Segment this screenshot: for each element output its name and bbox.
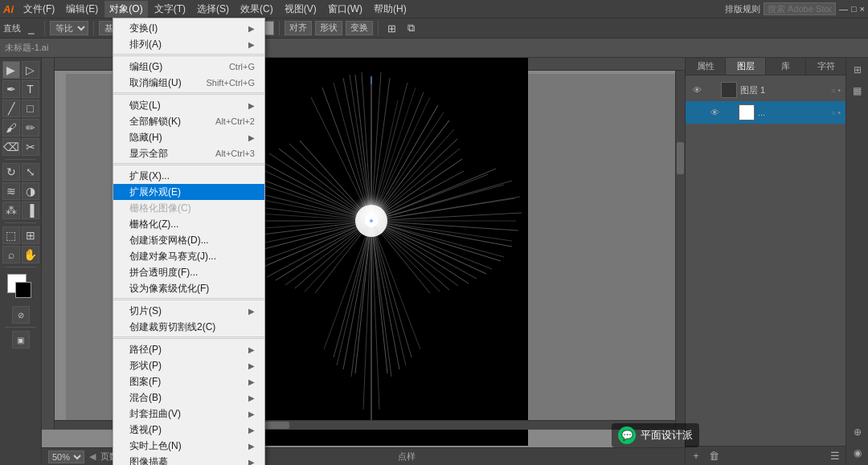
column-chart-tool[interactable]: ▐ <box>22 202 39 219</box>
menu-expand-appearance[interactable]: 扩展外观(E) <box>113 184 264 200</box>
eraser-tool[interactable]: ⌫ <box>2 138 20 156</box>
menu-transform[interactable]: 变换(I) ▶ <box>113 20 264 36</box>
background-swatch[interactable] <box>15 282 31 298</box>
direct-select-tool[interactable]: ▷ <box>22 61 39 79</box>
menu-window[interactable]: 窗口(W) <box>323 1 367 18</box>
menu-live-paint[interactable]: 实时上色(N) ▶ <box>113 438 264 454</box>
menu-arrange[interactable]: 排列(A) ▶ <box>113 36 264 52</box>
delete-layer-icon[interactable]: 🗑 <box>706 449 721 463</box>
arrow-icon-6: ▶ <box>248 345 255 354</box>
scale-tool[interactable]: ⤡ <box>22 163 39 181</box>
menu-blend[interactable]: 混合(B) ▶ <box>113 390 264 406</box>
tab-library[interactable]: 库 <box>766 58 806 75</box>
draw-mode-btn[interactable]: ▣ <box>12 331 30 349</box>
menu-object-mosaic[interactable]: 创建对象马赛克(J)... <box>113 248 264 264</box>
menu-effect[interactable]: 效果(C) <box>235 1 278 18</box>
layer-opts-2[interactable]: ○ • <box>831 108 841 117</box>
grid-icon[interactable]: ⊞ <box>383 20 399 36</box>
menu-shape[interactable]: 形状(P) ▶ <box>113 357 264 373</box>
shape-btn[interactable]: 形状 <box>315 21 342 35</box>
zoom-select[interactable]: 50% <box>48 451 84 463</box>
tool-separator-3 <box>5 267 36 267</box>
scissors-tool[interactable]: ✂ <box>22 138 39 156</box>
zoom-tool[interactable]: ⌕ <box>2 246 20 263</box>
menu-text[interactable]: 文字(T) <box>149 1 190 18</box>
stroke-label: 直线 <box>3 22 21 35</box>
layer-visibility-icon-2[interactable]: 👁 <box>708 106 721 119</box>
rib-icon-2[interactable]: ▦ <box>849 82 866 100</box>
menu-file[interactable]: 文件(F) <box>18 1 59 18</box>
select-tool[interactable]: ▶ <box>2 61 20 79</box>
menu-path[interactable]: 路径(P) ▶ <box>113 341 264 357</box>
menu-image-trace[interactable]: 图像描摹 ▶ <box>113 454 264 465</box>
menu-slice[interactable]: 切片(S) ▶ <box>113 303 264 319</box>
menu-show-all[interactable]: 显示全部 Alt+Ctrl+3 <box>113 145 264 161</box>
search-input[interactable] <box>764 2 836 15</box>
vertical-scrollbar-thumb[interactable] <box>677 142 684 174</box>
slice-tool[interactable]: ⊞ <box>22 226 39 244</box>
minimize-btn[interactable]: — <box>839 4 848 14</box>
pencil-tool[interactable]: ✏ <box>22 119 39 137</box>
close-btn[interactable]: × <box>860 4 865 14</box>
transform-btn[interactable]: 变换 <box>346 21 373 35</box>
layer-visibility-icon-1[interactable]: 👁 <box>690 84 703 96</box>
paintbrush-tool[interactable]: 🖌 <box>2 119 20 137</box>
menu-unlock-all[interactable]: 全部解锁(K) Alt+Ctrl+2 <box>113 113 264 129</box>
menu-pixel-optimize[interactable]: 设为像素级优化(F) <box>113 280 264 296</box>
menu-pattern[interactable]: 图案(F) ▶ <box>113 373 264 390</box>
menu-rasterize[interactable]: 栅格化(Z)... <box>113 216 264 232</box>
layer-opts-1[interactable]: ○ • <box>831 86 841 95</box>
tab-layers[interactable]: 图层 <box>726 58 766 75</box>
toolbar-divider-1 <box>44 21 45 35</box>
menu-flatten-transparency[interactable]: 拼合透明度(F)... <box>113 264 264 280</box>
menu-help[interactable]: 帮助(H) <box>369 1 411 18</box>
arrow-icon-13: ▶ <box>248 458 255 466</box>
symbol-tool[interactable]: ⁂ <box>2 202 20 219</box>
menu-view[interactable]: 视图(V) <box>280 1 321 18</box>
menu-hide[interactable]: 隐藏(H) ▶ <box>113 129 264 145</box>
rib-icon-4[interactable]: ◉ <box>849 444 866 462</box>
nav-prev[interactable]: ◀ <box>89 451 96 462</box>
rect-tool[interactable]: □ <box>22 100 39 117</box>
app-logo: Ai <box>3 3 14 15</box>
vertical-scrollbar[interactable] <box>675 71 685 430</box>
hand-tool[interactable]: ✋ <box>22 246 39 263</box>
blend-tool[interactable]: ◑ <box>22 182 39 200</box>
artboard-tool[interactable]: ⬚ <box>2 226 20 244</box>
layer-row-1[interactable]: 👁 图层 1 ○ • <box>686 79 845 101</box>
menu-ungroup[interactable]: 取消编组(U) Shift+Ctrl+G <box>113 75 264 91</box>
pen-tool[interactable]: ✒ <box>2 80 20 98</box>
sep-2 <box>113 94 264 95</box>
type-tool[interactable]: T <box>22 80 39 98</box>
layer-menu-icon[interactable]: ☰ <box>828 449 842 463</box>
restore-btn[interactable]: □ <box>851 4 857 14</box>
arrange-icon[interactable]: ⧉ <box>403 20 419 36</box>
menu-envelope[interactable]: 封套扭曲(V) ▶ <box>113 406 264 422</box>
tool-separator-2 <box>5 222 36 223</box>
menu-lock[interactable]: 锁定(L) ▶ <box>113 97 264 113</box>
menu-gradient-mesh[interactable]: 创建渐变网格(D)... <box>113 232 264 248</box>
add-layer-icon[interactable]: + <box>689 449 703 463</box>
menu-expand[interactable]: 扩展(X)... <box>113 168 264 184</box>
rib-icon-1[interactable]: ⊞ <box>849 61 866 79</box>
line-tool[interactable]: ╱ <box>2 100 20 117</box>
menu-crop-marks[interactable]: 创建裁剪切割线2(C) <box>113 319 264 335</box>
menu-select[interactable]: 选择(S) <box>192 1 234 18</box>
menu-object[interactable]: 对象(O) <box>104 1 147 18</box>
tab-character[interactable]: 字符 <box>806 58 845 75</box>
stroke-icon[interactable]: ⎯ <box>23 20 39 36</box>
menu-edit[interactable]: 编辑(E) <box>61 1 103 18</box>
rotate-tool[interactable]: ↻ <box>2 163 20 181</box>
menu-section-4: 扩展(X)... 扩展外观(E) 栅格化图像(C) 栅格化(Z)... 创建渐变… <box>113 166 264 299</box>
rib-icon-3[interactable]: ⊕ <box>849 423 866 441</box>
menu-group[interactable]: 编组(G) Ctrl+G <box>113 59 264 75</box>
object-dropdown-menu[interactable]: 变换(I) ▶ 排列(A) ▶ 编组(G) Ctrl+G 取消编组(U) Shi… <box>113 18 265 465</box>
none-swatch[interactable]: ⊘ <box>12 306 30 324</box>
align-btn[interactable]: 对齐 <box>285 21 312 35</box>
tab-properties[interactable]: 属性 <box>686 58 726 75</box>
layer-row-2[interactable]: 👁 ... ○ • <box>686 101 845 124</box>
ratio-group: 等比 <box>50 21 88 35</box>
warp-tool[interactable]: ≋ <box>2 182 20 200</box>
menu-perspective[interactable]: 透视(P) ▶ <box>113 422 264 438</box>
ratio-select[interactable]: 等比 <box>50 21 88 35</box>
